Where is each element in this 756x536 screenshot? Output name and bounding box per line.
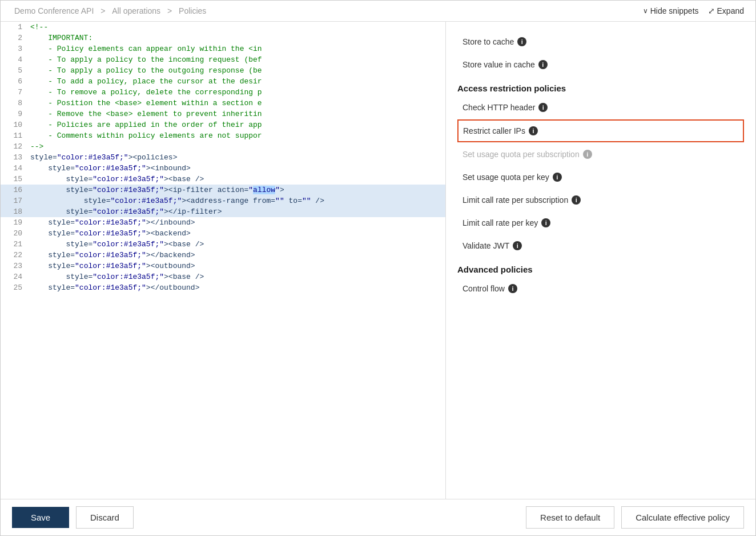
line-content[interactable]: - To apply a policy to the outgoing resp… — [28, 65, 445, 76]
line-content[interactable]: - Position the <base> element within a s… — [28, 98, 445, 109]
code-table: 1<!--2 IMPORTANT:3 - Policy elements can… — [1, 22, 445, 293]
line-content[interactable]: - Policy elements can appear only within… — [28, 43, 445, 54]
line-number: 13 — [1, 152, 28, 163]
save-button[interactable]: Save — [12, 507, 69, 528]
code-editor[interactable]: 1<!--2 IMPORTANT:3 - Policy elements can… — [1, 22, 446, 499]
line-content[interactable]: style="color:#1e3a5f;"><base /> — [28, 239, 445, 250]
line-number: 24 — [1, 271, 28, 282]
line-content[interactable]: style="color:#1e3a5f;"><policies> — [28, 152, 445, 163]
line-content[interactable]: --> — [28, 141, 445, 152]
line-content[interactable]: style="color:#1e3a5f;"></outbound> — [28, 282, 445, 293]
line-content[interactable]: - To remove a policy, delete the corresp… — [28, 87, 445, 98]
set-usage-quota-per-key-label: Set usage quota per key — [463, 173, 549, 182]
check-http-header-label: Check HTTP header — [463, 103, 535, 112]
line-content[interactable]: - Policies are applied in the order of t… — [28, 119, 445, 130]
bottom-bar: Save Discard Reset to default Calculate … — [1, 499, 755, 535]
set-usage-quota-per-subscription-label: Set usage quota per subscription — [463, 150, 580, 159]
policy-item-set-usage-quota-per-subscription: Set usage quota per subscription i — [457, 143, 744, 165]
control-flow-info-icon[interactable]: i — [508, 284, 517, 293]
line-content[interactable]: style="color:#1e3a5f;"><base /> — [28, 174, 445, 185]
line-number: 22 — [1, 250, 28, 261]
line-number: 23 — [1, 261, 28, 271]
line-content[interactable]: IMPORTANT: — [28, 33, 445, 43]
limit-call-rate-per-key-info-icon[interactable]: i — [541, 218, 550, 227]
line-number: 6 — [1, 76, 28, 87]
line-content[interactable]: style="color:#1e3a5f;"><outbound> — [28, 261, 445, 271]
calculate-effective-policy-button[interactable]: Calculate effective policy — [621, 506, 744, 529]
policy-item-limit-call-rate-per-key[interactable]: Limit call rate per key i — [457, 212, 744, 234]
store-value-in-cache-info-icon[interactable]: i — [538, 60, 548, 69]
line-number: 16 — [1, 185, 28, 195]
discard-button[interactable]: Discard — [76, 506, 134, 529]
code-line-row: 24 style="color:#1e3a5f;"><base /> — [1, 271, 445, 282]
code-line-row: 2 IMPORTANT: — [1, 33, 445, 43]
line-content[interactable]: style="color:#1e3a5f;"><ip-filter action… — [28, 185, 445, 195]
top-actions: ∨ Hide snippets ⤢ Expand — [643, 6, 744, 15]
code-line-row: 9 - Remove the <base> element to prevent… — [1, 109, 445, 119]
policy-item-set-usage-quota-per-key[interactable]: Set usage quota per key i — [457, 166, 744, 188]
line-content[interactable]: style="color:#1e3a5f;"><backend> — [28, 228, 445, 239]
hide-snippets-button[interactable]: ∨ Hide snippets — [643, 6, 699, 15]
code-line-row: 20 style="color:#1e3a5f;"><backend> — [1, 228, 445, 239]
top-bar: Demo Conference API > All operations > P… — [1, 1, 755, 22]
code-line-row: 21 style="color:#1e3a5f;"><base /> — [1, 239, 445, 250]
code-line-row: 1<!-- — [1, 22, 445, 33]
line-content[interactable]: <!-- — [28, 22, 445, 33]
policy-item-store-value-in-cache[interactable]: Store value in cache i — [457, 54, 744, 75]
hide-snippets-label: Hide snippets — [650, 6, 699, 15]
check-http-header-info-icon[interactable]: i — [538, 103, 548, 112]
line-content[interactable]: style="color:#1e3a5f;"><base /> — [28, 271, 445, 282]
line-content[interactable]: - To add a policy, place the cursor at t… — [28, 76, 445, 87]
line-content[interactable]: style="color:#1e3a5f;"></ip-filter> — [28, 206, 445, 217]
main-content: 1<!--2 IMPORTANT:3 - Policy elements can… — [1, 22, 755, 499]
restrict-caller-ips-info-icon[interactable]: i — [529, 126, 538, 135]
line-number: 5 — [1, 65, 28, 76]
store-value-in-cache-label: Store value in cache — [463, 60, 535, 69]
store-to-cache-info-icon[interactable]: i — [517, 37, 526, 46]
line-content[interactable]: - Remove the <base> element to prevent i… — [28, 109, 445, 119]
cache-section: Store to cache i Store value in cache i — [457, 31, 744, 75]
validate-jwt-label: Validate JWT — [463, 241, 509, 250]
limit-call-rate-per-subscription-label: Limit call rate per subscription — [463, 195, 568, 205]
policy-item-control-flow[interactable]: Control flow i — [457, 278, 744, 299]
line-content[interactable]: style="color:#1e3a5f;"></backend> — [28, 250, 445, 261]
limit-call-rate-per-subscription-info-icon[interactable]: i — [572, 195, 581, 205]
set-usage-quota-per-key-info-icon[interactable]: i — [553, 173, 562, 182]
line-number: 4 — [1, 54, 28, 65]
access-restriction-section: Access restriction policies Check HTTP h… — [457, 83, 744, 257]
code-line-row: 18 style="color:#1e3a5f;"></ip-filter> — [1, 206, 445, 217]
store-to-cache-label: Store to cache — [463, 37, 514, 46]
policy-item-check-http-header[interactable]: Check HTTP header i — [457, 97, 744, 118]
line-content[interactable]: - To apply a policy to the incoming requ… — [28, 54, 445, 65]
set-usage-quota-per-subscription-info-icon: i — [583, 150, 592, 159]
line-number: 10 — [1, 119, 28, 130]
policy-item-validate-jwt[interactable]: Validate JWT i — [457, 235, 744, 257]
policy-item-limit-call-rate-per-subscription[interactable]: Limit call rate per subscription i — [457, 189, 744, 211]
validate-jwt-info-icon[interactable]: i — [513, 241, 522, 250]
restrict-caller-ips-label: Restrict caller IPs — [463, 126, 525, 135]
code-line-row: 15 style="color:#1e3a5f;"><base /> — [1, 174, 445, 185]
right-panel: Store to cache i Store value in cache i … — [446, 22, 755, 499]
breadcrumb-part2[interactable]: All operations — [112, 6, 160, 15]
control-flow-label: Control flow — [463, 284, 505, 293]
breadcrumb-sep1: > — [100, 6, 105, 15]
breadcrumb-part1[interactable]: Demo Conference API — [14, 6, 94, 15]
code-line-row: 19 style="color:#1e3a5f;"></inbound> — [1, 217, 445, 228]
reset-to-default-button[interactable]: Reset to default — [526, 506, 614, 529]
code-line-row: 17 style="color:#1e3a5f;"><address-range… — [1, 195, 445, 206]
line-number: 20 — [1, 228, 28, 239]
code-line-row: 25 style="color:#1e3a5f;"></outbound> — [1, 282, 445, 293]
expand-button[interactable]: ⤢ Expand — [708, 6, 744, 15]
line-number: 14 — [1, 163, 28, 174]
line-content[interactable]: style="color:#1e3a5f;"><address-range fr… — [28, 195, 445, 206]
line-content[interactable]: style="color:#1e3a5f;"></inbound> — [28, 217, 445, 228]
line-number: 2 — [1, 33, 28, 43]
code-line-row: 3 - Policy elements can appear only with… — [1, 43, 445, 54]
code-line-row: 5 - To apply a policy to the outgoing re… — [1, 65, 445, 76]
policy-item-store-to-cache[interactable]: Store to cache i — [457, 31, 744, 53]
line-content[interactable]: - Comments within policy elements are no… — [28, 130, 445, 141]
line-content[interactable]: style="color:#1e3a5f;"><inbound> — [28, 163, 445, 174]
line-number: 9 — [1, 109, 28, 119]
line-number: 7 — [1, 87, 28, 98]
policy-item-restrict-caller-ips[interactable]: Restrict caller IPs i — [457, 119, 744, 142]
